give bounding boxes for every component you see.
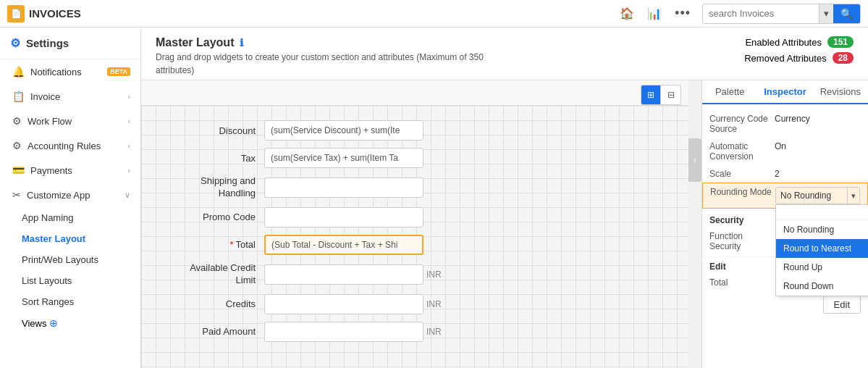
enabled-attributes-badge: 151 (827, 36, 854, 48)
settings-header: ⚙ Settings (0, 28, 140, 59)
workflow-icon: ⚙ (12, 115, 22, 127)
form-row-total: *Total (Sub Total - Discount + Tax + Shi (163, 235, 667, 255)
credits-suffix: INR (426, 299, 442, 309)
grid-view-btn[interactable]: ⊞ (641, 85, 661, 105)
form-area: Discount (sum(Service Discount) + sum(It… (141, 106, 688, 364)
sidebar-item-notifications[interactable]: 🔔 Notifications BETA (0, 59, 140, 84)
paid-amount-field[interactable] (264, 322, 424, 342)
auto-conversion-value: On (775, 141, 861, 151)
removed-attributes-label: Removed Attributes (744, 53, 826, 64)
credit-limit-suffix: INR (426, 269, 442, 280)
invoice-arrow-icon: › (127, 92, 130, 101)
panel-row-scale: Scale 2 (702, 165, 868, 183)
logo-icon: 📄 (7, 5, 25, 22)
home-icon[interactable]: 🏠 (620, 7, 634, 20)
discount-label: Discount (163, 125, 264, 136)
sidebar-item-accounting[interactable]: ⚙ Accounting Rules › (0, 133, 140, 158)
search-bar: ▾ 🔍 (702, 4, 861, 24)
rounding-mode-value: No Rounding (776, 191, 847, 201)
dropdown-caret-icon[interactable]: ▾ (847, 188, 859, 204)
payments-arrow-icon: › (127, 166, 130, 175)
invoice-label: Invoice (30, 91, 127, 102)
layout-view-btn[interactable]: ⊟ (661, 85, 681, 105)
accounting-arrow-icon: › (127, 141, 130, 150)
dropdown-option-round-up[interactable]: Round Up (776, 258, 868, 277)
settings-gear-icon: ⚙ (10, 36, 20, 50)
tab-palette[interactable]: Palette (702, 80, 757, 103)
sidebar-item-workflow[interactable]: ⚙ Work Flow › (0, 109, 140, 133)
right-panel: Palette Inspector Revisions Currency Cod… (701, 80, 868, 368)
tab-inspector[interactable]: Inspector (757, 80, 812, 104)
submenu-list-layouts[interactable]: List Layouts (12, 270, 140, 291)
submenu-print-layouts[interactable]: Print/Web Layouts (12, 249, 140, 270)
content-area: Master Layout ℹ Drag and drop widgets to… (141, 28, 868, 368)
submenu-master-layout[interactable]: Master Layout (12, 228, 140, 249)
master-layout-title: Master Layout (156, 36, 234, 49)
shipping-field[interactable] (264, 177, 424, 198)
workflow-arrow-icon: › (127, 117, 130, 125)
panel-row-rounding-mode: Rounding Mode No Rounding ▾ 🔍 (702, 183, 868, 209)
search-dropdown-btn[interactable]: ▾ (819, 4, 833, 24)
content-header: Master Layout ℹ Drag and drop widgets to… (141, 28, 868, 80)
customize-icon: ✂ (12, 189, 21, 201)
canvas-area: Discount (sum(Service Discount) + sum(It… (141, 106, 688, 368)
more-icon[interactable]: ••• (675, 6, 691, 21)
submenu-app-naming[interactable]: App Naming (12, 207, 140, 228)
canvas-wrapper: ⊞ ⊟ Discount (sum(Service Discount) + su… (141, 80, 868, 368)
form-row-discount: Discount (sum(Service Discount) + sum(It… (163, 120, 667, 141)
promo-field[interactable] (264, 207, 424, 227)
currency-code-label: Currency Code Source (709, 114, 775, 134)
total-label: *Total (163, 239, 264, 250)
rounding-mode-label: Rounding Mode (710, 187, 775, 197)
tab-revisions[interactable]: Revisions (813, 80, 868, 103)
search-go-btn[interactable]: 🔍 (833, 4, 860, 24)
dropdown-search-bar: 🔍 (776, 205, 868, 220)
form-row-tax: Tax (sum(Service Tax) + sum(Item Ta (163, 148, 667, 168)
sidebar-item-invoice[interactable]: 📋 Invoice › (0, 84, 140, 109)
submenu-sort-ranges[interactable]: Sort Ranges (12, 291, 140, 312)
enabled-attributes-label: Enabled Attributes (745, 37, 822, 48)
search-input[interactable] (703, 8, 819, 19)
sidebar-item-payments[interactable]: 💳 Payments › (0, 158, 140, 183)
dropdown-option-round-nearest[interactable]: Round to Nearest (776, 239, 868, 258)
form-row-credit-limit: Available CreditLimit INR (163, 262, 667, 287)
views-plus-icon[interactable]: ⊕ (49, 317, 58, 329)
panel-inspector-content: Currency Code Source Currency Automatic … (702, 104, 868, 368)
total-field[interactable]: (Sub Total - Discount + Tax + Shi (264, 235, 424, 255)
collapse-arrow[interactable]: ‹ (688, 138, 701, 182)
content-subtitle-2: attributes) (156, 65, 484, 75)
submenu-views[interactable]: Views ⊕ (12, 312, 140, 334)
topbar-icons: 🏠 📊 ••• (620, 6, 691, 21)
edit-total-label: Total (709, 277, 775, 288)
panel-tabs: Palette Inspector Revisions (702, 80, 868, 104)
dropdown-search-input[interactable] (780, 207, 868, 217)
chart-icon[interactable]: 📊 (647, 7, 662, 20)
dropdown-option-round-down[interactable]: Round Down (776, 277, 868, 296)
rounding-mode-dropdown[interactable]: No Rounding ▾ (775, 187, 860, 204)
sidebar-item-customize[interactable]: ✂ Customize App ∨ (0, 183, 140, 207)
function-security-label: Function Security (709, 231, 775, 251)
paid-amount-suffix: INR (426, 327, 442, 337)
form-row-promo: Promo Code (163, 207, 667, 227)
views-label: Views (22, 318, 46, 329)
form-row-paid-amount: Paid Amount INR (163, 322, 667, 342)
removed-attributes-badge: 28 (833, 52, 854, 64)
info-icon[interactable]: ℹ (240, 37, 243, 49)
shipping-label: Shipping andHandling (163, 175, 264, 200)
payments-label: Payments (30, 165, 127, 176)
main-layout: ⚙ Settings 🔔 Notifications BETA 📋 Invoic… (0, 28, 868, 368)
panel-row-currency-code: Currency Code Source Currency (702, 110, 868, 138)
dropdown-option-no-rounding[interactable]: No Rounding (776, 220, 868, 239)
credits-field[interactable] (264, 294, 424, 314)
edit-button[interactable]: Edit (823, 296, 861, 314)
tax-field[interactable]: (sum(Service Tax) + sum(Item Ta (264, 148, 424, 168)
invoice-icon: 📋 (12, 91, 25, 102)
credit-limit-field[interactable] (264, 264, 424, 285)
settings-label: Settings (26, 37, 69, 49)
customize-label: Customize App (27, 190, 125, 201)
enabled-attributes-row: Enabled Attributes 151 (745, 36, 854, 48)
attributes-info: Enabled Attributes 151 Removed Attribute… (744, 36, 854, 64)
discount-field[interactable]: (sum(Service Discount) + sum(Ite (264, 120, 424, 141)
promo-label: Promo Code (163, 212, 264, 222)
customize-submenu: App Naming Master Layout Print/Web Layou… (0, 207, 140, 334)
